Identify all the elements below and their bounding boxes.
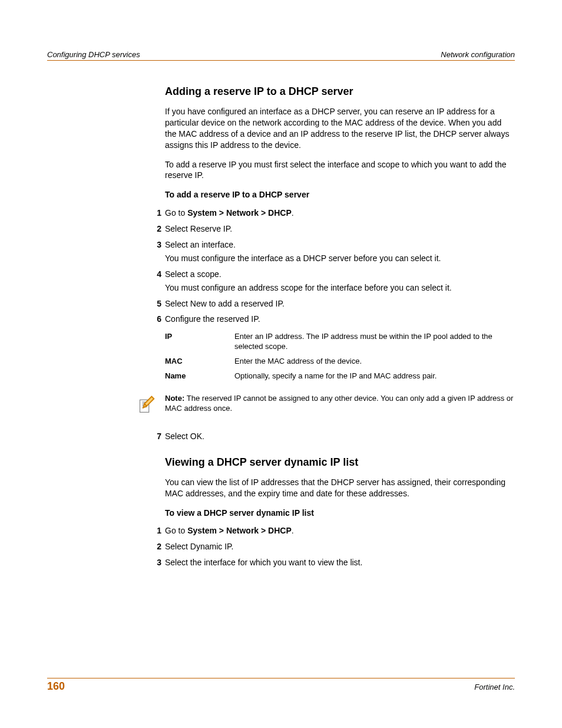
paragraph: To add a reserve IP you must first selec… (165, 159, 515, 182)
note-label: Note: (165, 394, 187, 403)
paragraph: You can view the list of IP addresses th… (165, 477, 515, 499)
step-text: . (292, 208, 294, 218)
step-text: Select OK. (165, 431, 204, 441)
step-number: 2 (144, 223, 161, 235)
field-key: IP (165, 330, 234, 354)
step: 2 Select Dynamic IP. (165, 541, 515, 552)
footer-company: Fortinet Inc. (474, 683, 515, 691)
page-number: 160 (47, 680, 65, 693)
menu-path: System > Network > DHCP (187, 526, 292, 535)
menu-path: System > Network > DHCP (187, 208, 292, 218)
step-text: Configure the reserved IP. (165, 314, 260, 324)
step-number: 5 (144, 298, 161, 309)
step-text: Select New to add a reserved IP. (165, 299, 285, 308)
running-header: Configuring DHCP services Network config… (47, 50, 515, 61)
step-number: 1 (144, 207, 161, 219)
step-number: 4 (144, 269, 161, 280)
field-key: MAC (165, 354, 234, 369)
step-text: Select a scope. (165, 269, 222, 279)
procedure-steps-1-cont: 7 Select OK. (165, 431, 515, 442)
step: 1 Go to System > Network > DHCP. (165, 207, 515, 219)
step: 6 Configure the reserved IP. (165, 314, 515, 325)
header-left: Configuring DHCP services (47, 50, 140, 59)
table-row: Name Optionally, specify a name for the … (165, 369, 515, 384)
step-text: . (292, 526, 294, 535)
step-number: 3 (144, 239, 161, 251)
step: 7 Select OK. (165, 431, 515, 442)
main-content: Adding a reserve IP to a DHCP server If … (165, 85, 515, 568)
table-row: MAC Enter the MAC address of the device. (165, 354, 515, 369)
procedure-steps-1: 1 Go to System > Network > DHCP. 2 Selec… (165, 207, 515, 325)
step-text: Go to (165, 208, 187, 218)
note-icon (134, 393, 157, 416)
step-number: 1 (144, 525, 161, 536)
step-number: 6 (144, 314, 161, 325)
section-heading-2: Viewing a DHCP server dynamic IP list (165, 456, 515, 469)
field-definitions-table: IP Enter an IP address. The IP address m… (165, 330, 515, 384)
step: 3 Select the interface for which you wan… (165, 557, 515, 568)
procedure-steps-2: 1 Go to System > Network > DHCP. 2 Selec… (165, 525, 515, 568)
step-text: Select the interface for which you want … (165, 558, 362, 567)
step-text: Select an interface. (165, 240, 236, 249)
step-number: 2 (144, 541, 161, 552)
header-right: Network configuration (441, 50, 515, 59)
field-value: Optionally, specify a name for the IP an… (234, 369, 515, 384)
table-row: IP Enter an IP address. The IP address m… (165, 330, 515, 354)
field-key: Name (165, 369, 234, 384)
page-footer: 160 Fortinet Inc. (47, 678, 515, 693)
step: 4 Select a scope. You must configure an … (165, 269, 515, 294)
step-text: Go to (165, 526, 187, 535)
field-value: Enter an IP address. The IP address must… (234, 330, 515, 354)
note-text: The reserved IP cannot be assigned to an… (165, 394, 513, 413)
step-text: Select Dynamic IP. (165, 542, 233, 551)
note-block: Note: The reserved IP cannot be assigned… (137, 393, 515, 418)
step-subtext: You must configure an address scope for … (165, 282, 515, 294)
page: Configuring DHCP services Network config… (0, 0, 562, 728)
procedure-heading: To add a reserve IP to a DHCP server (165, 189, 515, 200)
step-subtext: You must configure the interface as a DH… (165, 253, 515, 264)
step: 1 Go to System > Network > DHCP. (165, 525, 515, 536)
step: 3 Select an interface. You must configur… (165, 239, 515, 264)
paragraph: If you have configured an interface as a… (165, 106, 515, 151)
step-number: 7 (144, 431, 161, 442)
procedure-heading: To view a DHCP server dynamic IP list (165, 508, 515, 519)
field-value: Enter the MAC address of the device. (234, 354, 515, 369)
section-heading-1: Adding a reserve IP to a DHCP server (165, 85, 515, 98)
step-text: Select Reserve IP. (165, 224, 232, 233)
step: 5 Select New to add a reserved IP. (165, 298, 515, 309)
step: 2 Select Reserve IP. (165, 223, 515, 235)
step-number: 3 (144, 557, 161, 568)
